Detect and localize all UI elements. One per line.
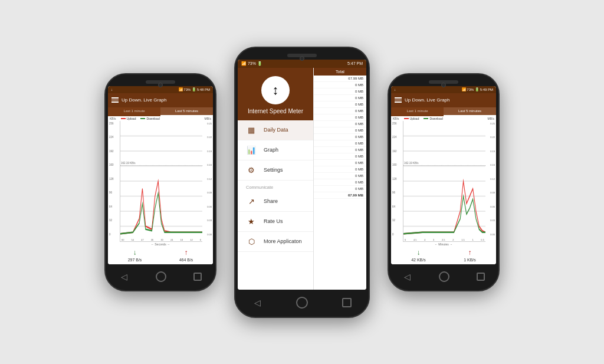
app-icon: ↕ [261,76,290,104]
upload-speed-left: 464 B/s [179,258,193,262]
upload-arrow-left: ↑ [185,248,188,257]
tab-bar-left: Last 1 minute Last 5 minutes [108,107,213,116]
graph-area-right: KB/s Upload Download MB/s 256 224 [391,116,496,264]
status-time-center: 5:47 PM [347,61,363,65]
upload-legend-right: Upload [410,117,419,120]
share-label: Share [264,198,278,204]
nav-recent-left[interactable] [193,273,202,281]
right-header-label: Total [336,70,344,74]
drawer-header: ↕ Internet Speed Meter [238,68,313,120]
right-row-13: 0 MB [314,160,366,166]
status-left-center: 📶 73% 🔋 [241,61,262,66]
nav-back-left[interactable] [119,272,129,281]
phone-left: ↓ 📶 73% 🔋 5:48 PM Up Down. Live Graph La… [104,73,216,291]
right-row-15: 0 MB [314,173,366,179]
daily-data-label: Daily Data [264,127,288,133]
drawer-content: ↕ Internet Speed Meter ▦ Daily Data 📊 Gr… [238,68,313,290]
upload-arrow-right: ↑ [468,248,471,257]
right-row-14: 0 MB [314,166,366,173]
right-panel: Total 67.99 MB 0 MB 0 MB 0 MB 0 MB 0 MB … [313,68,366,290]
nav-back-right[interactable] [402,272,412,281]
right-row-17: 0 MB [314,186,366,192]
menu-item-graph[interactable]: 📊 Graph [238,140,313,160]
kb-label-right: KB/s [393,117,399,120]
kb-label-left: KB/s [110,117,116,120]
status-icon-left: ↓ [111,88,113,91]
right-row-8: 0 MB [314,127,366,134]
nav-home-center[interactable] [296,297,308,309]
phone-screen-right: ↓ 📶 73% 🔋 5:49 PM Up Down. Live Graph La… [391,86,496,264]
y-axis-left: 256 224 192 160 128 96 64 32 0 [108,121,120,242]
speed-row-left: ↓ 297 B/s ↑ 464 B/s [108,246,213,264]
menu-section-communicate: Communicate [238,181,313,192]
toolbar-right: Up Down. Live Graph [391,93,496,107]
right-row-total-bottom: 67.99 MB [314,192,366,199]
menu-item-share[interactable]: ↗ Share [238,192,313,212]
status-bar-center: 📶 73% 🔋 5:47 PM [238,60,366,68]
right-row-11: 0 MB [314,147,366,153]
right-row-2: 0 MB [314,88,366,95]
hamburger-left[interactable] [111,97,119,103]
right-row-12: 0 MB [314,153,366,160]
nav-back-center[interactable] [252,298,262,307]
share-icon: ↗ [246,197,257,206]
tab-1min-right[interactable]: Last 1 minute [391,107,444,116]
graph-container-left: 256 224 192 160 128 96 64 32 0 162.19 KB… [108,121,213,242]
status-info-right: 📶 73% 🔋 5:49 PM [462,87,493,91]
menu-item-daily-data[interactable]: ▦ Daily Data [238,120,313,140]
y-axis-right-left: 0.25 0.22 0.19 0.16 0.12 0.09 0.06 0.03 … [202,121,213,242]
phone-screen-left: ↓ 📶 73% 🔋 5:48 PM Up Down. Live Graph La… [108,86,213,264]
rate-icon: ★ [246,217,257,226]
x-axis-left: 60 54 47 36 30 24 18 12 6 [120,234,202,241]
graph-plot-left: 162.19 KB/s [120,121,202,242]
settings-icon: ⚙ [246,166,257,175]
nav-home-right[interactable] [439,271,449,282]
rate-label: Rate Us [264,218,283,224]
tab-5min-left[interactable]: Last 5 minutes [160,107,213,116]
menu-item-more[interactable]: ⬡ More Applicaton [238,232,313,252]
right-row-1: 0 MB [314,82,366,88]
phone-camera-right [441,83,446,87]
nav-recent-right[interactable] [477,273,485,281]
graph-svg-right [403,121,485,241]
download-arrow-left: ↓ [133,248,137,257]
graph-svg-left [120,121,202,241]
upload-speed-right: 1 KB/s [464,258,476,262]
right-row-16: 0 MB [314,179,366,186]
toolbar-title-right: Up Down. Live Graph [405,97,449,103]
y-axis-right-phone: 256 224 192 160 128 96 64 32 0 [391,121,403,242]
download-legend-left: Download [146,117,159,120]
right-row-3: 0 MB [314,95,366,101]
right-row-4: 0 MB [314,101,366,108]
nav-home-left[interactable] [156,271,166,282]
hamburger-right[interactable] [395,97,402,103]
right-row-7: 0 MB [314,121,366,127]
right-row-10: 0 MB [314,140,366,147]
status-info-left: 📶 73% 🔋 5:48 PM [179,87,210,91]
tab-bar-right: Last 1 minute Last 5 minutes [391,107,496,116]
toolbar-left: Up Down. Live Graph [108,93,213,107]
menu-item-rate[interactable]: ★ Rate Us [238,212,313,232]
more-apps-icon: ⬡ [246,237,257,246]
phone-camera-center [300,56,304,61]
phone-bottom-left [106,264,215,290]
graph-plot-right: 162.19 KB/s [403,121,485,242]
tab-1min-left[interactable]: Last 1 minute [108,107,160,116]
app-name: Internet Speed Meter [248,108,303,114]
phone-center: 📶 73% 🔋 5:47 PM ↕ Internet Speed Meter [234,47,370,318]
status-icon-right: ↓ [394,88,396,91]
phone-bottom-right [389,264,498,290]
download-arrow-right: ↓ [416,248,420,257]
nav-recent-center[interactable] [342,298,352,307]
tab-5min-right[interactable]: Last 5 minutes [444,107,496,116]
graph-label: Graph [264,147,278,153]
toolbar-title-left: Up Down. Live Graph [122,97,166,103]
x-axis-right: 6 4.5 4 3 2.5 2 1.5 1 0.5 [403,234,485,241]
more-apps-label: More Applicaton [264,238,302,244]
center-content: ↕ Internet Speed Meter ▦ Daily Data 📊 Gr… [238,68,366,290]
phone-bottom-center [235,290,369,317]
download-speed-left: 297 B/s [128,258,142,262]
right-row-6: 0 MB [314,114,366,121]
daily-data-icon: ▦ [246,126,257,135]
menu-item-settings[interactable]: ⚙ Settings [238,160,313,181]
